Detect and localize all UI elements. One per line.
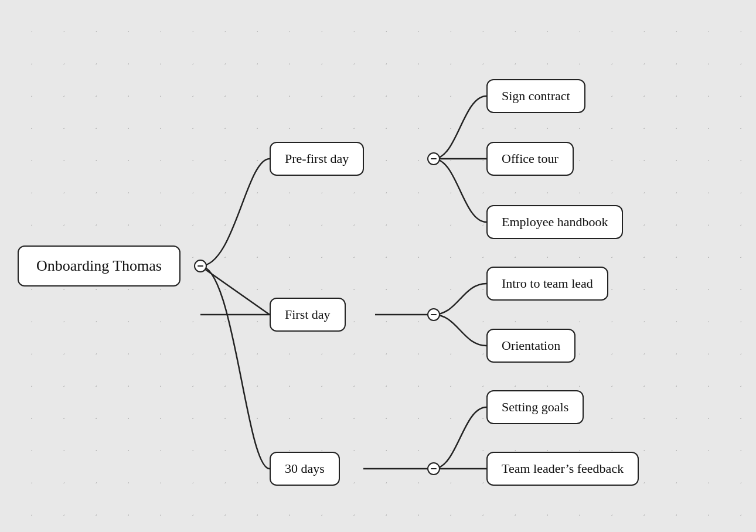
root-node-label: Onboarding Thomas	[36, 257, 162, 275]
orientation-label: Orientation	[502, 338, 560, 353]
first-day-node[interactable]: First day	[270, 298, 346, 332]
setting-goals-label: Setting goals	[502, 400, 568, 415]
mind-map-canvas: Onboarding Thomas Pre-first day First da…	[0, 0, 756, 532]
employee-handbook-node[interactable]: Employee handbook	[486, 205, 623, 239]
pre-first-day-node[interactable]: Pre-first day	[270, 142, 364, 176]
office-tour-label: Office tour	[502, 151, 559, 166]
root-collapse-circle[interactable]	[194, 260, 207, 272]
sign-contract-node[interactable]: Sign contract	[486, 79, 585, 113]
first-day-collapse-circle[interactable]	[427, 308, 440, 321]
first-day-label: First day	[285, 307, 331, 322]
team-leaders-feedback-label: Team leader’s feedback	[502, 461, 624, 476]
intro-to-team-lead-node[interactable]: Intro to team lead	[486, 267, 608, 301]
intro-to-team-lead-label: Intro to team lead	[502, 276, 593, 291]
pre-first-day-label: Pre-first day	[285, 151, 349, 166]
pre-first-day-collapse-circle[interactable]	[427, 152, 440, 165]
root-node[interactable]: Onboarding Thomas	[18, 245, 181, 287]
sign-contract-label: Sign contract	[502, 88, 570, 104]
30-days-collapse-circle[interactable]	[427, 462, 440, 475]
orientation-node[interactable]: Orientation	[486, 329, 575, 363]
team-leaders-feedback-node[interactable]: Team leader’s feedback	[486, 452, 639, 486]
setting-goals-node[interactable]: Setting goals	[486, 390, 584, 424]
employee-handbook-label: Employee handbook	[502, 214, 608, 230]
office-tour-node[interactable]: Office tour	[486, 142, 574, 176]
30-days-label: 30 days	[285, 461, 325, 476]
svg-line-0	[200, 266, 270, 315]
30-days-node[interactable]: 30 days	[270, 452, 340, 486]
